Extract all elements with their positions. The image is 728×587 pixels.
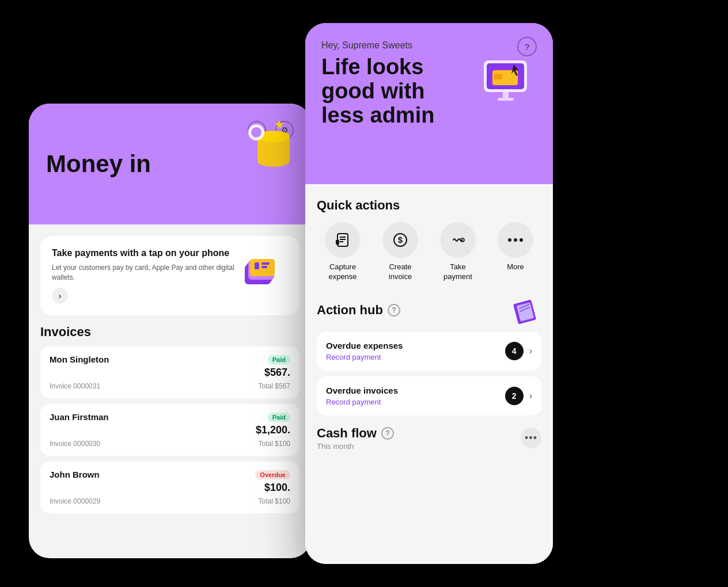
action-hub-left: Action hub ?: [317, 303, 400, 318]
promo-title: Take payments with a tap on your phone: [52, 247, 235, 260]
more-icon: [498, 222, 533, 258]
action-capture-expense[interactable]: Captureexpense: [317, 222, 369, 282]
card-back-header: ? ⚙ Money in: [29, 104, 311, 224]
hub-item-left-2: Overdue invoices Record payment: [326, 386, 398, 406]
cash-flow-title: Cash flow: [317, 426, 377, 441]
hub-chevron-1: ›: [529, 346, 532, 356]
hub-item-link-2[interactable]: Record payment: [326, 398, 398, 406]
promo-illustration: [242, 247, 288, 294]
money-in-card: ? ⚙ Money in: [29, 104, 311, 558]
promo-description: Let your customers pay by card, Apple Pa…: [52, 263, 235, 283]
hub-item-title-1: Overdue expenses: [326, 341, 403, 350]
create-invoice-label: Createinvoice: [389, 262, 412, 282]
invoice-number-3: Invoice 0000029: [50, 497, 100, 505]
headline-text: Life looks good with less admin: [321, 55, 471, 127]
invoice-badge-2: Paid: [268, 413, 290, 422]
create-invoice-icon: $: [382, 222, 418, 258]
hub-illustration: [513, 296, 541, 325]
svg-text:$: $: [398, 235, 403, 245]
invoice-top-3: John Brown Overdue: [50, 470, 290, 479]
overdue-expenses-count: 4: [505, 342, 524, 360]
invoice-bottom-3: Invoice 0000029 Total $100: [50, 497, 290, 505]
invoice-amount-2: $1,200.: [50, 424, 290, 436]
hub-item-right-2: 2 ›: [505, 387, 532, 405]
hub-item-right-1: 4 ›: [505, 342, 532, 360]
invoices-section: Invoices Mon Singleton Paid $567. Invoic…: [29, 325, 311, 513]
svg-rect-14: [261, 262, 270, 265]
promo-card[interactable]: Take payments with a tap on your phone L…: [40, 236, 299, 315]
invoice-amount-1: $567.: [50, 367, 290, 379]
overdue-invoices-count: 2: [505, 387, 524, 405]
invoice-name-2: Juan Firstman: [50, 412, 109, 422]
invoice-number-2: Invoice 0000030: [50, 440, 100, 448]
svg-point-32: [508, 238, 511, 242]
card-front-content: Quick actions Captureexpense: [305, 184, 553, 564]
scene: ? ⚙ Money in: [0, 0, 728, 587]
invoice-total-2: Total $100: [259, 440, 290, 448]
invoices-title: Invoices: [40, 325, 299, 340]
greeting-text: Hey, Supreme Sweets: [321, 40, 537, 51]
cash-flow-help-icon[interactable]: ?: [381, 427, 394, 440]
more-label: More: [507, 262, 524, 272]
promo-content: Take payments with a tap on your phone L…: [52, 247, 235, 304]
coin-illustration: [242, 115, 299, 178]
invoice-item-1[interactable]: Mon Singleton Paid $567. Invoice 0000031…: [40, 346, 299, 398]
invoice-badge-3: Overdue: [255, 470, 290, 479]
invoice-bottom-1: Invoice 0000031 Total $567: [50, 382, 290, 390]
svg-rect-28: [336, 240, 339, 245]
take-payment-icon: [440, 222, 476, 258]
svg-point-7: [251, 127, 261, 138]
svg-rect-23: [498, 98, 514, 101]
invoice-total-3: Total $100: [259, 497, 290, 505]
svg-rect-15: [261, 266, 267, 268]
cash-flow-header: Cash flow ? This month •••: [317, 426, 541, 451]
invoice-total-1: Total $567: [259, 382, 290, 390]
svg-point-34: [520, 238, 523, 242]
invoice-name-3: John Brown: [50, 470, 100, 479]
action-hub-title: Action hub: [317, 303, 383, 318]
action-hub-header: Action hub ?: [317, 296, 541, 325]
hub-item-overdue-expenses[interactable]: Overdue expenses Record payment 4 ›: [317, 331, 541, 371]
svg-rect-13: [255, 262, 259, 269]
take-payment-label: Takepayment: [443, 262, 472, 282]
invoice-badge-1: Paid: [268, 355, 290, 364]
action-create-invoice[interactable]: $ Createinvoice: [374, 222, 426, 282]
svg-rect-20: [494, 74, 502, 79]
promo-arrow[interactable]: ›: [52, 288, 68, 304]
svg-point-33: [514, 238, 517, 242]
header-illustration: [472, 52, 541, 121]
action-hub-help-icon[interactable]: ?: [388, 304, 400, 317]
invoice-number-1: Invoice 0000031: [50, 382, 100, 390]
invoice-item-2[interactable]: Juan Firstman Paid $1,200. Invoice 00000…: [40, 404, 299, 456]
hub-item-left-1: Overdue expenses Record payment: [326, 341, 403, 361]
dashboard-card: ? Hey, Supreme Sweets Life looks good wi…: [305, 23, 553, 564]
invoice-bottom-2: Invoice 0000030 Total $100: [50, 440, 290, 448]
card-front-header: ? Hey, Supreme Sweets Life looks good wi…: [305, 23, 553, 184]
action-more[interactable]: More: [490, 222, 541, 282]
hub-chevron-2: ›: [529, 391, 532, 401]
invoice-item-3[interactable]: John Brown Overdue $100. Invoice 0000029…: [40, 462, 299, 513]
quick-actions-title: Quick actions: [317, 198, 541, 213]
action-take-payment[interactable]: Takepayment: [432, 222, 484, 282]
cash-flow-left: Cash flow ? This month: [317, 426, 394, 451]
capture-expense-icon: [325, 222, 361, 258]
hub-item-title-2: Overdue invoices: [326, 386, 398, 395]
invoice-top-2: Juan Firstman Paid: [50, 412, 290, 422]
invoice-top-1: Mon Singleton Paid: [50, 355, 290, 364]
invoice-name-1: Mon Singleton: [50, 355, 109, 364]
invoice-amount-3: $100.: [50, 482, 290, 494]
capture-expense-label: Captureexpense: [328, 262, 357, 282]
hub-item-overdue-invoices[interactable]: Overdue invoices Record payment 2 ›: [317, 376, 541, 416]
hub-item-link-1[interactable]: Record payment: [326, 353, 403, 361]
quick-actions-grid: Captureexpense $ Createinvoice: [317, 222, 541, 282]
cash-flow-title-group: Cash flow ? This month: [317, 426, 394, 451]
cash-flow-more-button[interactable]: •••: [521, 428, 541, 448]
cash-flow-subtitle: This month: [317, 442, 394, 451]
svg-marker-8: [275, 120, 284, 129]
